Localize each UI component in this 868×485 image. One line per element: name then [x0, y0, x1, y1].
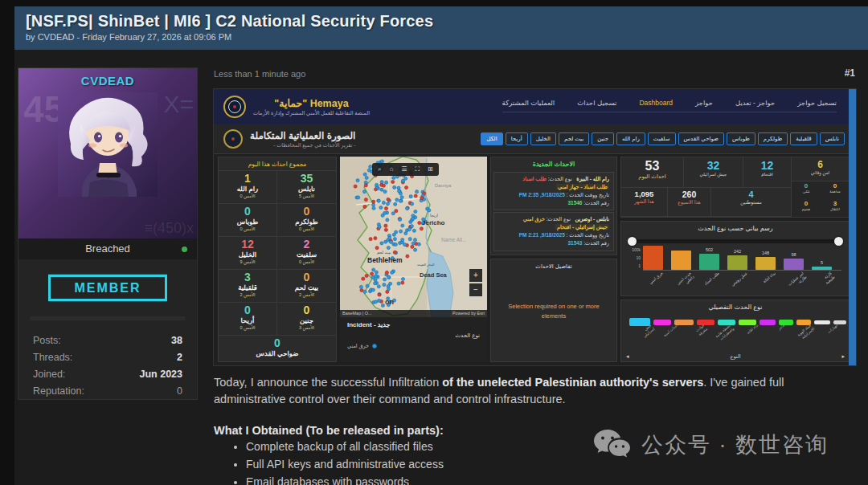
- incident-marker-blue[interactable]: [401, 224, 404, 227]
- incident-marker-red[interactable]: [420, 196, 424, 199]
- incident-marker-blue[interactable]: [363, 173, 366, 176]
- filter-button[interactable]: ضواحي القدس: [678, 132, 724, 145]
- incident-map[interactable]: Damiya اريحا Jericho Name All... بيت لحم…: [340, 157, 487, 317]
- incident-marker-red[interactable]: [385, 271, 388, 274]
- incident-marker-blue[interactable]: [372, 268, 375, 271]
- kpi-events-today[interactable]: 53احداث اليوم: [621, 157, 684, 188]
- event-card[interactable]: رام الله - البيرة نوع الحدث: طلب اسنادطل…: [493, 172, 614, 210]
- incident-marker-red[interactable]: [382, 184, 385, 187]
- incident-marker-red[interactable]: [363, 205, 366, 208]
- incident-marker-blue[interactable]: [366, 284, 369, 287]
- bar-item[interactable]: 148: [755, 251, 776, 270]
- incident-marker-red[interactable]: [384, 207, 387, 210]
- daily-totals-cell[interactable]: 12الخليلالأمس 9: [219, 237, 277, 270]
- incident-marker-blue[interactable]: [378, 225, 381, 228]
- incident-marker-red[interactable]: [384, 224, 387, 227]
- bar-item[interactable]: 98: [784, 252, 804, 270]
- daily-totals-cell[interactable]: 0أريحاالأمس 0: [219, 303, 277, 336]
- incident-marker-blue[interactable]: [382, 201, 385, 204]
- incident-marker-blue[interactable]: [397, 282, 400, 285]
- incident-marker-red[interactable]: [365, 274, 368, 277]
- incident-marker-red[interactable]: [406, 255, 409, 258]
- incident-marker-blue[interactable]: [377, 199, 380, 202]
- filter-button[interactable]: بيت لحم: [559, 132, 589, 145]
- kpi-mini-cell[interactable]: 0هجوم: [792, 199, 821, 217]
- incident-marker-blue[interactable]: [378, 299, 381, 302]
- home-icon[interactable]: ⌂: [389, 165, 393, 173]
- incident-marker-blue[interactable]: [408, 238, 411, 241]
- category-swatch[interactable]: [653, 320, 671, 325]
- incident-marker-blue[interactable]: [356, 179, 359, 182]
- slider-handle-right[interactable]: [834, 237, 843, 246]
- incident-marker-blue[interactable]: [377, 285, 380, 288]
- incident-marker-red[interactable]: [414, 194, 417, 198]
- incident-marker-blue[interactable]: [383, 278, 387, 281]
- kpi-preventive[interactable]: 6امن وقائي: [792, 157, 850, 181]
- basemap-grid-icon[interactable]: ⊞: [428, 165, 433, 173]
- daily-totals-cell[interactable]: 0جنينالأمس 3: [277, 303, 336, 336]
- bar-item[interactable]: 5: [812, 260, 832, 270]
- kpi-settlers[interactable]: 4مستوطنين: [711, 188, 792, 217]
- event-card[interactable]: نابلس - اوصرين نوع الحدث: خرق امنيجيش إس…: [493, 212, 614, 251]
- incident-marker-blue[interactable]: [359, 285, 362, 288]
- filter-button[interactable]: طولكرم: [758, 132, 788, 145]
- incident-marker-blue[interactable]: [398, 190, 401, 193]
- incident-marker-blue[interactable]: [375, 275, 378, 278]
- incident-marker-blue[interactable]: [385, 181, 388, 184]
- incident-marker-blue[interactable]: [372, 203, 375, 206]
- kpi-mini-cell[interactable]: 0مداهمة: [821, 181, 850, 199]
- scroll-left-arrow-icon[interactable]: ◂: [626, 353, 629, 360]
- incident-marker-blue[interactable]: [386, 218, 389, 222]
- filter-button[interactable]: الكل: [481, 132, 502, 145]
- incident-marker-blue[interactable]: [381, 304, 384, 307]
- username[interactable]: CVDEAD: [18, 74, 197, 88]
- dashboard-nav-item[interactable]: حواجز: [695, 99, 713, 107]
- incident-marker-blue[interactable]: [383, 190, 387, 194]
- screenshot-scrollbar[interactable]: [849, 89, 856, 365]
- incident-marker-blue[interactable]: [393, 185, 396, 189]
- incident-marker-blue[interactable]: [362, 190, 366, 194]
- incident-marker-blue[interactable]: [414, 210, 417, 213]
- bar-item[interactable]: [643, 239, 663, 270]
- incident-marker-blue[interactable]: [375, 183, 379, 186]
- incident-marker-blue[interactable]: [374, 279, 377, 282]
- incident-marker-blue[interactable]: [389, 282, 392, 285]
- incident-marker-blue[interactable]: [409, 195, 412, 198]
- incident-marker-blue[interactable]: [410, 225, 413, 228]
- daily-totals-cell[interactable]: 35نابلسالأمس 5: [277, 171, 336, 204]
- filter-button[interactable]: جنين: [592, 132, 614, 145]
- incident-marker-red[interactable]: [393, 251, 396, 254]
- post-number[interactable]: #1: [845, 67, 855, 79]
- daily-totals-cell[interactable]: 1رام اللهالأمس 0: [219, 171, 277, 204]
- filter-button[interactable]: طوباس: [727, 132, 755, 145]
- incident-marker-blue[interactable]: [383, 283, 386, 287]
- slider-handle-left[interactable]: [628, 237, 637, 246]
- daily-totals-cell[interactable]: 3قلقيليةالأمس 2: [219, 270, 277, 303]
- incident-marker-red[interactable]: [364, 198, 367, 202]
- incident-marker-blue[interactable]: [372, 206, 375, 210]
- incident-marker-red[interactable]: [420, 227, 423, 230]
- incident-marker-blue[interactable]: [407, 228, 411, 231]
- dashboard-nav-item[interactable]: العمليات المشتركة: [502, 99, 555, 107]
- incident-marker-blue[interactable]: [391, 271, 394, 274]
- bar-item[interactable]: 502: [699, 247, 719, 270]
- incident-marker-red[interactable]: [405, 186, 408, 190]
- kpi-mini-cell[interactable]: 3اعتقال: [821, 199, 850, 217]
- incident-marker-blue[interactable]: [395, 198, 399, 202]
- incident-marker-blue[interactable]: [380, 188, 383, 191]
- filter-button[interactable]: الخليل: [530, 132, 556, 145]
- incident-marker-blue[interactable]: [404, 177, 407, 180]
- incident-marker-blue[interactable]: [401, 277, 404, 280]
- list-icon[interactable]: ☰: [401, 165, 407, 173]
- kpi-israeli-army[interactable]: 32جيش اسرائيلي: [684, 157, 743, 188]
- dashboard-nav-item[interactable]: Dashboard: [639, 99, 673, 107]
- incident-marker-blue[interactable]: [380, 242, 383, 245]
- incident-marker-blue[interactable]: [428, 209, 431, 212]
- incident-marker-red[interactable]: [378, 293, 381, 296]
- daily-totals-cell[interactable]: 0طوباسالأمس 0: [219, 204, 277, 237]
- zoom-out-button[interactable]: −: [469, 283, 482, 296]
- filter-button[interactable]: سلفيت: [648, 132, 676, 145]
- incident-marker-blue[interactable]: [392, 176, 395, 179]
- incident-marker-red[interactable]: [387, 198, 390, 201]
- filter-button[interactable]: أريحا: [506, 132, 528, 145]
